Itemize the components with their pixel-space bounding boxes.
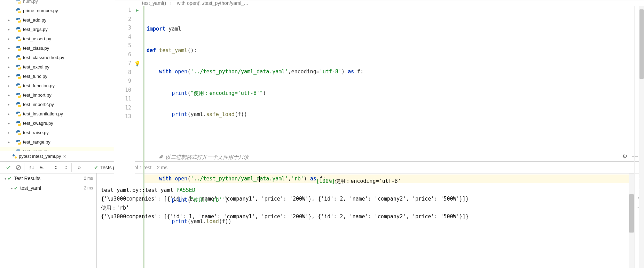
tree-item-label: test_classmethod.py [23, 55, 64, 60]
python-file-icon [16, 27, 22, 32]
tree-item-label: test_add.py [23, 17, 46, 23]
chevron-down-icon[interactable]: ▾ [3, 177, 8, 180]
python-file-icon [16, 83, 22, 89]
tree-item-label: test_raise.py [23, 130, 49, 135]
run-icon[interactable]: ▶ [136, 7, 139, 13]
tree-item[interactable]: ▸test_kwagrs.py [0, 119, 114, 128]
tree-item[interactable]: ▸test_class.py [0, 43, 114, 53]
tree-item-label: test_args.py [23, 27, 48, 32]
python-file-icon [16, 64, 22, 70]
tree-item-label: test_import.py [23, 92, 52, 98]
intention-bulb-icon[interactable]: 💡 [134, 60, 141, 67]
breadcrumb[interactable]: test_yaml() 〉 with open('../test_python/… [114, 0, 644, 6]
tree-item[interactable]: ▸test_import.py [0, 90, 114, 100]
line-number[interactable]: 13 [114, 112, 131, 121]
tree-item[interactable]: ▸test_function.py [0, 81, 114, 90]
python-file-icon [16, 8, 22, 14]
python-file-icon [16, 74, 22, 79]
svg-rect-7 [40, 167, 42, 168]
line-number[interactable]: 12 [114, 104, 131, 113]
tree-item[interactable]: ▸test_add.py [0, 15, 114, 25]
chevron-right-icon[interactable]: ▸ [6, 121, 11, 125]
svg-line-3 [17, 166, 20, 169]
show-ignored-icon[interactable] [15, 163, 24, 172]
test-tree[interactable]: ▾ ✔ Test Results 2 ms ▸ ✔ test_yaml 2 ms [0, 173, 97, 268]
line-number[interactable]: 7 [114, 59, 131, 68]
line-number[interactable]: 5 [114, 41, 131, 50]
chevron-right-icon[interactable]: ▸ [6, 140, 11, 144]
python-file-icon [16, 149, 22, 151]
show-passed-icon[interactable] [3, 163, 13, 172]
run-tab-pytest[interactable]: pytest in test_yaml.py × [4, 153, 69, 160]
line-number[interactable]: 8 [114, 68, 131, 77]
chevron-right-icon[interactable]: ▸ [6, 27, 11, 31]
collapse-all-icon[interactable] [62, 163, 72, 172]
chevron-right-icon[interactable]: ▸ [9, 186, 14, 190]
line-number[interactable]: 4 [114, 33, 131, 42]
line-number[interactable]: 11 [114, 95, 131, 104]
line-number[interactable]: 9 [114, 77, 131, 86]
inspection-gutter[interactable] [634, 6, 639, 268]
chevron-right-icon[interactable]: ▸ [6, 84, 11, 88]
chevron-right-icon[interactable]: ▸ [6, 74, 11, 78]
tree-item[interactable]: ▸test_import2.py [0, 100, 114, 109]
scrollbar-thumb[interactable] [639, 9, 644, 79]
expand-more-icon[interactable]: » [74, 163, 84, 172]
crumb-with[interactable]: with open('../test_python/yaml_... [177, 0, 248, 6]
tree-item[interactable]: ▸test_excel.py [0, 62, 114, 72]
python-file-icon [16, 111, 22, 117]
close-tab-icon[interactable]: × [63, 154, 66, 159]
test-tree-item[interactable]: ▸ ✔ test_yaml 2 ms [0, 183, 96, 193]
tree-item[interactable]: ▸test_instantiation.py [0, 109, 114, 119]
python-file-icon [16, 130, 22, 136]
line-number[interactable]: 2 [114, 15, 131, 24]
tree-item-label: test_kwagrs.py [23, 121, 53, 126]
tree-item-label: num.py [23, 0, 38, 4]
tree-item[interactable]: ▸test_classmethod.py [0, 53, 114, 62]
python-file-icon [16, 139, 22, 145]
test-console[interactable]: test_yaml.py::test_yaml PASSED[100%]使用：e… [97, 173, 629, 268]
chevron-right-icon[interactable]: ▸ [6, 112, 11, 116]
chevron-right-icon[interactable]: ▸ [6, 46, 11, 50]
sort-alpha-icon[interactable]: az [27, 163, 37, 172]
tree-item[interactable]: ▸prime_number.py [0, 6, 114, 15]
python-file-icon [16, 55, 22, 60]
tree-item[interactable]: ▸test_func.py [0, 72, 114, 81]
chevron-right-icon[interactable]: ▸ [6, 149, 11, 151]
tree-item[interactable]: ▸num.py [0, 0, 114, 6]
svg-point-0 [13, 154, 15, 156]
project-tree[interactable]: ▸num.py▸prime_number.py▸test_add.py▸test… [0, 0, 114, 151]
line-number[interactable]: 3 [114, 24, 131, 33]
python-file-icon [16, 92, 22, 98]
chevron-right-icon[interactable]: ▸ [6, 131, 11, 135]
python-file-icon [16, 17, 22, 23]
expand-all-icon[interactable] [51, 163, 61, 172]
chevron-right-icon[interactable]: ▸ [6, 93, 11, 97]
tree-item[interactable]: ▸test_range.py [0, 137, 114, 147]
chevron-right-icon[interactable]: ▸ [6, 56, 11, 59]
tree-item-label: test_import2.py [23, 102, 54, 107]
console-scrollbar[interactable] [629, 173, 634, 268]
svg-point-1 [15, 156, 17, 159]
check-icon: ✔ [14, 185, 18, 191]
chevron-right-icon[interactable]: ▸ [6, 65, 11, 69]
line-number[interactable]: 1 [114, 6, 131, 15]
tree-item[interactable]: ▸test_args.py [0, 25, 114, 34]
tree-item[interactable]: ▸test_assert.py [0, 34, 114, 43]
scrollbar-thumb[interactable] [629, 194, 634, 233]
chevron-right-icon[interactable]: ▸ [6, 37, 11, 41]
line-number[interactable]: 6 [114, 50, 131, 59]
tree-item[interactable]: ▸test_raise.py [0, 128, 114, 137]
tree-item[interactable]: ▸test_yaml.py [0, 147, 114, 151]
tree-item-label: prime_number.py [23, 8, 58, 13]
crumb-fn[interactable]: test_yaml() [142, 0, 166, 6]
editor: test_yaml() 〉 with open('../test_python/… [114, 0, 644, 151]
chevron-right-icon[interactable]: ▸ [6, 103, 11, 106]
test-tree-root[interactable]: ▾ ✔ Test Results 2 ms [0, 173, 96, 183]
chevron-right-icon[interactable]: ▸ [6, 18, 11, 22]
line-number[interactable]: 10 [114, 86, 131, 95]
editor-scrollbar[interactable] [639, 6, 644, 268]
tree-item-label: test_function.py [23, 83, 55, 88]
check-icon: ✔ [94, 165, 98, 170]
sort-duration-icon[interactable] [38, 163, 48, 172]
